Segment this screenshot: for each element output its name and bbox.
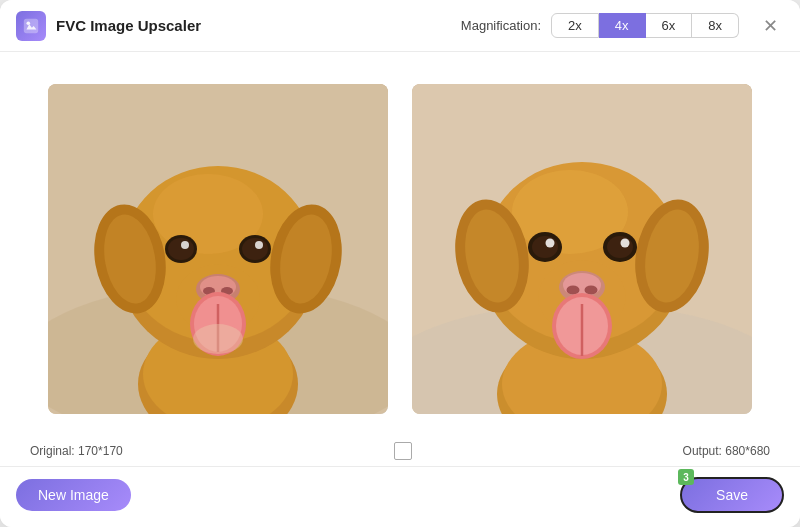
app-window: FVC Image Upscaler Magnification: 2x 4x …	[0, 0, 800, 527]
footer: New Image 3 Save	[0, 466, 800, 527]
titlebar: FVC Image Upscaler Magnification: 2x 4x …	[0, 0, 800, 52]
svg-point-1	[27, 21, 31, 25]
app-logo	[16, 11, 46, 41]
svg-point-27	[193, 324, 243, 354]
svg-point-18	[255, 241, 263, 249]
svg-point-40	[532, 236, 558, 258]
svg-point-41	[546, 239, 555, 248]
mag-btn-2x[interactable]: 2x	[551, 13, 599, 38]
mag-btn-6x[interactable]: 6x	[646, 13, 693, 38]
status-bar: Original: 170*170 Output: 680*680	[0, 436, 800, 466]
main-content	[0, 52, 800, 436]
app-title: FVC Image Upscaler	[56, 17, 201, 34]
svg-point-17	[242, 238, 268, 260]
save-wrapper: 3 Save	[680, 477, 784, 513]
magnification-buttons: 2x 4x 6x 8x	[551, 13, 739, 38]
new-image-button[interactable]: New Image	[16, 479, 131, 511]
compare-icon[interactable]	[394, 442, 412, 460]
svg-point-43	[607, 236, 633, 258]
save-badge: 3	[678, 469, 694, 485]
save-button[interactable]: Save	[680, 477, 784, 513]
svg-point-49	[585, 286, 598, 295]
original-image	[48, 84, 388, 414]
original-size-label: Original: 170*170	[30, 444, 123, 458]
svg-point-15	[181, 241, 189, 249]
output-image	[412, 84, 752, 414]
mag-btn-4x[interactable]: 4x	[599, 13, 646, 38]
output-image-panel	[412, 84, 752, 414]
original-image-panel	[48, 84, 388, 414]
svg-point-14	[168, 238, 194, 260]
mag-btn-8x[interactable]: 8x	[692, 13, 739, 38]
close-button[interactable]: ✕	[757, 15, 784, 37]
svg-point-44	[621, 239, 630, 248]
output-size-label: Output: 680*680	[683, 444, 770, 458]
svg-rect-0	[24, 18, 38, 32]
magnification-label: Magnification:	[461, 18, 541, 33]
svg-point-48	[567, 286, 580, 295]
